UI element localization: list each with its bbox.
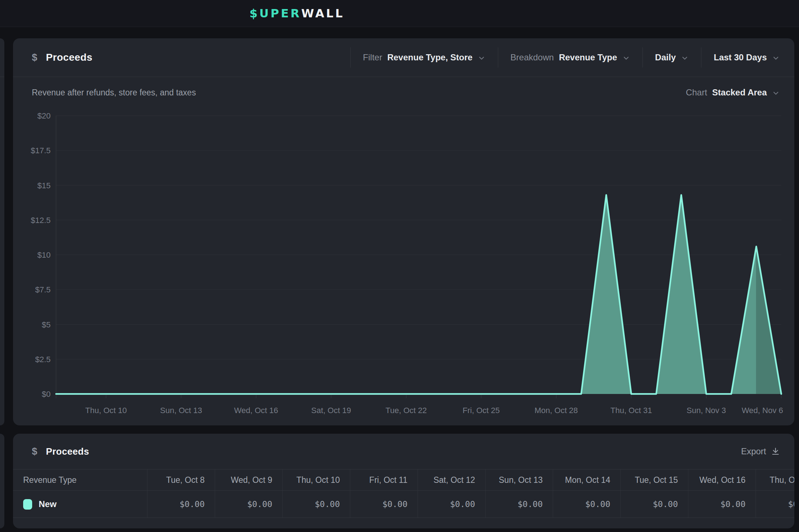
adjacent-chart-card-edge <box>0 38 4 425</box>
x-axis-tick-label: Sun, Oct 13 <box>160 406 202 415</box>
table-cell-value: $0.00 <box>485 491 553 518</box>
proceeds-table-card: $ Proceeds Export Revenue TypeTue, Oct 8… <box>13 434 794 528</box>
revenue-type-label: New <box>39 499 56 509</box>
table-card-title: Proceeds <box>46 446 89 457</box>
chart-subtitle: Revenue after refunds, store fees, and t… <box>32 88 196 98</box>
x-axis-tick-label: Fri, Oct 25 <box>463 406 500 415</box>
y-axis-tick-label: $7.5 <box>35 285 51 294</box>
x-axis-tick-label: Wed, Nov 6 <box>742 406 783 415</box>
top-navigation-bar: $UPERWALL <box>0 0 799 27</box>
y-axis-tick-label: $2.5 <box>35 355 51 364</box>
y-axis-tick-label: $10 <box>37 250 51 259</box>
table-cell-value: $0.00 <box>418 491 485 518</box>
x-axis-tick-label: Wed, Oct 16 <box>234 406 278 415</box>
table-cell-value: $0.00 <box>688 491 756 518</box>
chart-subheader: Revenue after refunds, store fees, and t… <box>13 77 794 108</box>
y-axis-tick-label: $12.5 <box>31 216 51 225</box>
export-label: Export <box>741 446 766 456</box>
y-axis-tick-label: $0 <box>42 390 51 399</box>
chart-type-dropdown[interactable]: Chart Stacked Area <box>686 87 780 98</box>
chart-type-label: Chart <box>686 87 707 98</box>
logo-rest-text: WALL <box>301 7 344 20</box>
table-header-date: Tue, Oct 15 <box>620 469 688 490</box>
table-header-date: Wed, Oct 16 <box>688 469 756 490</box>
table-cell-value: $0.00 <box>147 491 215 518</box>
table-cell-value: $0.00 <box>756 491 794 518</box>
table-header-date: Wed, Oct 9 <box>215 469 282 490</box>
table-cell-value: $0.00 <box>350 491 418 518</box>
table-cell-value: $0.00 <box>553 491 620 518</box>
logo-accent-text: $UPER <box>249 7 301 20</box>
table-cell-value: $0.00 <box>215 491 282 518</box>
table-cell-value: $0.00 <box>282 491 350 518</box>
chevron-down-icon <box>772 89 780 97</box>
table-cell-revenue-type: New <box>13 491 147 518</box>
table-header-date: Tue, Oct 8 <box>147 469 215 490</box>
download-icon <box>771 447 780 456</box>
proceeds-chart-card: $ Proceeds Filter Revenue Type, Store Br… <box>13 38 794 425</box>
adjacent-table-card-edge <box>0 434 4 528</box>
table-header-date: Thu, Oct 17 <box>756 469 794 490</box>
area-fill <box>56 195 756 394</box>
y-axis-tick-label: $20 <box>37 111 51 120</box>
dollar-icon: $ <box>32 446 37 457</box>
table-header-revenue-type: Revenue Type <box>13 469 147 490</box>
table-header-date: Fri, Oct 11 <box>350 469 418 490</box>
y-axis-tick-label: $15 <box>37 181 51 190</box>
table-cell-value: $0.00 <box>620 491 688 518</box>
x-axis-tick-label: Sun, Nov 3 <box>687 406 726 415</box>
y-axis-tick-label: $17.5 <box>31 146 51 155</box>
x-axis-tick-label: Tue, Oct 22 <box>385 406 427 415</box>
y-axis-tick-label: $5 <box>42 320 51 329</box>
series-color-swatch <box>23 499 32 510</box>
table-row: New$0.00$0.00$0.00$0.00$0.00$0.00$0.00$0… <box>13 491 794 518</box>
export-button[interactable]: Export <box>741 446 780 456</box>
table-header-date: Thu, Oct 10 <box>282 469 350 490</box>
table-header-date: Sun, Oct 13 <box>485 469 553 490</box>
table-header-row: Revenue TypeTue, Oct 8Wed, Oct 9Thu, Oct… <box>13 469 794 491</box>
table-card-header: $ Proceeds Export <box>13 434 794 469</box>
x-axis-tick-label: Thu, Oct 31 <box>610 406 652 415</box>
x-axis-tick-label: Thu, Oct 10 <box>85 406 127 415</box>
chart-type-value: Stacked Area <box>712 87 767 98</box>
x-axis-tick-label: Sat, Oct 19 <box>311 406 351 415</box>
table-header-date: Mon, Oct 14 <box>553 469 620 490</box>
superwall-logo[interactable]: $UPERWALL <box>249 7 345 20</box>
x-axis-tick-label: Mon, Oct 28 <box>535 406 578 415</box>
table-header-date: Sat, Oct 12 <box>418 469 485 490</box>
